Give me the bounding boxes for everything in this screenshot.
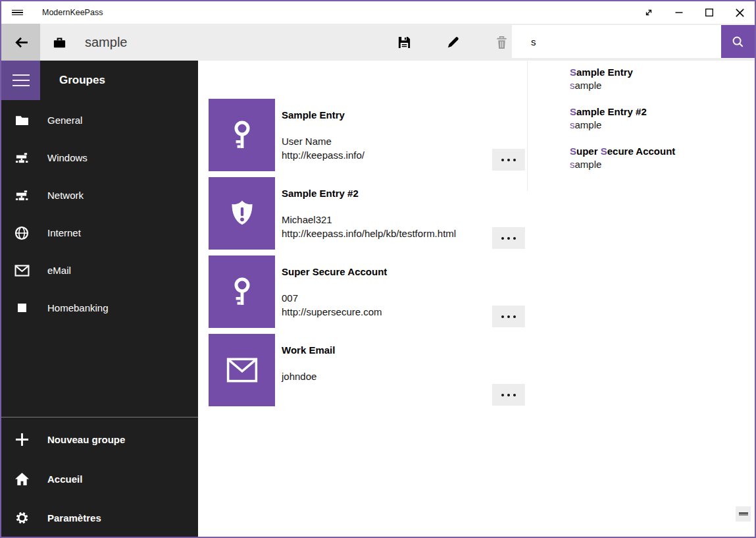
ellipsis-icon xyxy=(501,315,504,318)
titlebar-menu-button[interactable] xyxy=(5,1,29,24)
search-button[interactable] xyxy=(721,25,755,58)
database-briefcase-icon xyxy=(53,24,66,61)
entry-title: Sample Entry #2 xyxy=(282,187,488,200)
workgroup-icon xyxy=(14,189,30,202)
home-icon xyxy=(14,472,30,486)
sidebar-separator xyxy=(1,417,198,417)
back-button[interactable] xyxy=(1,24,40,61)
suggestion-sample-entry-2[interactable]: Sample Entry #2 sample xyxy=(570,105,755,132)
sidebar-item-email[interactable]: eMail xyxy=(1,252,198,289)
entry-url: http://supersecure.com xyxy=(282,305,488,319)
sidebar-item-label: Paramètres xyxy=(47,512,101,524)
entry-more-button[interactable] xyxy=(492,384,525,406)
entry-username: johndoe xyxy=(282,369,488,383)
sidebar-item-homebanking[interactable]: Homebanking xyxy=(1,289,198,327)
command-bar: sample xyxy=(1,24,755,61)
mail-icon xyxy=(226,358,258,383)
sidebar-item-network[interactable]: Network xyxy=(1,176,198,214)
workgroup-icon xyxy=(14,151,30,165)
shield-exclamation-icon xyxy=(227,198,257,229)
entry-text: Work Email johndoe xyxy=(282,334,488,383)
sidebar-item-label: eMail xyxy=(47,265,71,276)
close-icon xyxy=(736,9,744,17)
maximize-button[interactable] xyxy=(694,1,724,24)
entry-title: Sample Entry xyxy=(282,109,488,122)
entry-url: http://keepass.info/ xyxy=(282,148,488,162)
entry-more-button[interactable] xyxy=(492,149,525,171)
mail-icon xyxy=(14,265,30,277)
entry-row-super-secure-account[interactable]: Super Secure Account 007 http://supersec… xyxy=(209,256,525,328)
sidebar-item-settings[interactable]: Paramètres xyxy=(1,498,198,538)
minimize-button[interactable] xyxy=(664,1,694,24)
entry-url: http://keepass.info/help/kb/testform.htm… xyxy=(282,227,488,240)
entry-username: User Name xyxy=(282,134,488,148)
search-box xyxy=(512,25,755,58)
save-button[interactable] xyxy=(391,24,417,61)
hamburger-icon xyxy=(13,74,30,76)
sidebar-item-label: Network xyxy=(47,190,84,201)
close-button[interactable] xyxy=(724,1,755,24)
key-icon xyxy=(228,276,257,308)
groups-heading: Groupes xyxy=(59,61,105,100)
titlebar: ModernKeePass xyxy=(1,1,755,24)
suggestion-title: Super Secure Account xyxy=(570,145,755,158)
delete-trash-icon xyxy=(495,36,508,49)
semantic-zoom-out-button[interactable] xyxy=(736,506,751,522)
edit-pencil-icon xyxy=(446,36,460,49)
entry-text: Sample Entry #2 Michael321 http://keepas… xyxy=(282,177,488,240)
entry-row-sample-entry[interactable]: Sample Entry User Name http://keepass.in… xyxy=(209,99,525,171)
save-icon xyxy=(397,36,411,49)
gear-icon xyxy=(14,511,30,525)
delete-button[interactable] xyxy=(488,24,515,61)
suggestion-super-secure-account[interactable]: Super Secure Account sample xyxy=(570,145,755,171)
window-controls xyxy=(634,1,755,24)
square-icon xyxy=(14,304,30,312)
magnifier-icon xyxy=(732,36,744,48)
entry-more-button[interactable] xyxy=(492,306,525,327)
sidebar-item-home[interactable]: Accueil xyxy=(1,460,198,499)
sidebar-item-label: Accueil xyxy=(47,473,82,485)
suggestion-subtitle: sample xyxy=(570,79,755,92)
entry-row-sample-entry-2[interactable]: Sample Entry #2 Michael321 http://keepas… xyxy=(209,177,525,250)
nav-toggle-button[interactable] xyxy=(1,61,40,100)
sidebar-commands: Nouveau groupe Accueil Paramètr xyxy=(1,420,198,538)
plus-icon xyxy=(14,433,30,446)
fullscreen-icon xyxy=(644,8,653,17)
entry-title: Work Email xyxy=(282,344,488,357)
search-suggestions-panel: Sample Entry sample Sample Entry #2 samp… xyxy=(527,61,755,191)
sidebar-item-label: Windows xyxy=(47,152,88,163)
globe-icon xyxy=(14,226,30,240)
entry-row-work-email[interactable]: Work Email johndoe xyxy=(209,334,525,406)
sidebar-item-label: Nouveau groupe xyxy=(47,434,125,445)
sidebar-item-general[interactable]: General xyxy=(1,101,198,139)
suggestion-sample-entry[interactable]: Sample Entry sample xyxy=(570,66,755,92)
entry-tile xyxy=(209,99,275,171)
hamburger-icon xyxy=(12,9,23,16)
ellipsis-icon xyxy=(501,159,504,161)
edit-button[interactable] xyxy=(440,24,466,61)
suggestion-title: Sample Entry #2 xyxy=(570,105,755,119)
suggestion-subtitle: sample xyxy=(570,158,755,171)
suggestion-title: Sample Entry xyxy=(570,66,755,79)
database-name: sample xyxy=(85,24,127,61)
app-window: ModernKeePass xyxy=(0,0,756,538)
sidebar-item-internet[interactable]: Internet xyxy=(1,214,198,252)
sidebar-item-new-group[interactable]: Nouveau groupe xyxy=(1,420,198,460)
back-arrow-icon xyxy=(13,36,29,49)
folder-icon xyxy=(14,115,30,126)
suggestion-subtitle: sample xyxy=(570,119,755,132)
entry-text: Super Secure Account 007 http://supersec… xyxy=(282,256,488,319)
entry-tile xyxy=(209,177,275,250)
entry-more-button[interactable] xyxy=(492,227,525,249)
fullscreen-button[interactable] xyxy=(634,1,664,24)
sidebar-item-windows[interactable]: Windows xyxy=(1,139,198,176)
search-input[interactable] xyxy=(512,25,721,58)
entry-tile xyxy=(209,334,275,406)
entry-username: Michael321 xyxy=(282,213,488,227)
minus-icon xyxy=(739,512,748,516)
entry-title: Super Secure Account xyxy=(282,265,488,279)
entry-text: Sample Entry User Name http://keepass.in… xyxy=(282,99,488,162)
entry-list: Sample Entry User Name http://keepass.in… xyxy=(209,99,525,412)
sidebar-item-label: General xyxy=(47,115,82,126)
maximize-icon xyxy=(705,9,713,16)
